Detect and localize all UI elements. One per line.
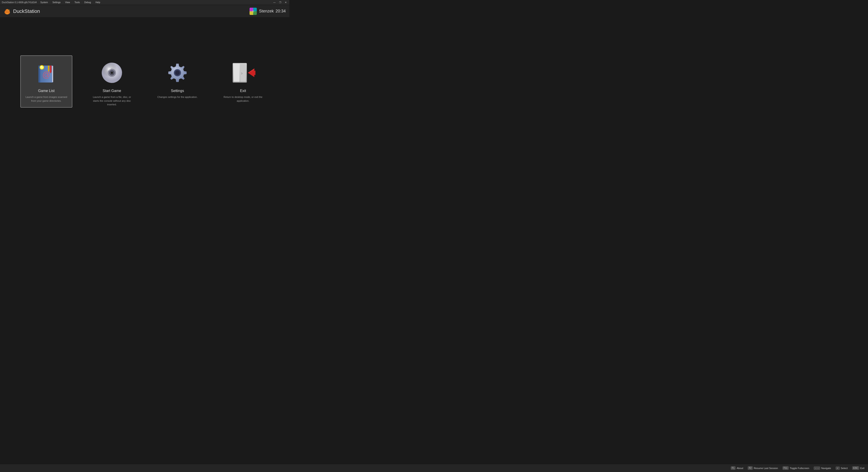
svg-point-3	[8, 9, 9, 10]
clock: 20:34	[276, 9, 286, 13]
svg-point-30	[111, 72, 113, 74]
settings-icon	[165, 60, 190, 85]
svg-rect-35	[234, 64, 240, 82]
menu-tools[interactable]: Tools	[74, 1, 81, 4]
game-list-desc: Launch a game from images scanned from y…	[25, 95, 67, 103]
title-bar-controls: — ❐ ✕	[272, 1, 287, 4]
start-game-desc: Launch a game from a file, disc, or star…	[91, 95, 133, 106]
close-button[interactable]: ✕	[284, 1, 287, 4]
start-game-card[interactable]: Start Game Launch a game from a file, di…	[86, 55, 138, 112]
game-list-card[interactable]: @ Game List Launch a game from images sc…	[20, 55, 72, 107]
exit-desc: Return to desktop mode, or exit the appl…	[222, 95, 264, 103]
svg-point-33	[175, 70, 180, 75]
user-name: Stenzek	[259, 9, 274, 13]
svg-rect-17	[50, 66, 52, 72]
menu-help[interactable]: Help	[94, 1, 101, 4]
user-avatar-icon	[250, 8, 257, 15]
header-left: DuckStation	[4, 8, 40, 15]
svg-text:@: @	[42, 70, 50, 79]
exit-icon: ›	[230, 60, 255, 85]
cards-container: @ Game List Launch a game from images sc…	[20, 55, 269, 112]
title-bar-menus: System Settings View Tools Debug Help	[39, 1, 101, 4]
content: @ Game List Launch a game from images sc…	[0, 18, 289, 149]
settings-desc: Changes settings for the application.	[157, 95, 197, 99]
svg-point-11	[252, 10, 254, 12]
window-title: DuckStation 0.1-6606-g8c741d2d4	[2, 1, 37, 4]
svg-rect-15	[52, 66, 53, 82]
svg-rect-19	[48, 66, 49, 70]
start-game-icon	[99, 60, 124, 85]
svg-marker-38	[248, 68, 255, 77]
title-bar-left: DuckStation 0.1-6606-g8c741d2d4 System S…	[2, 1, 101, 4]
menu-system[interactable]: System	[39, 1, 49, 4]
game-list-title: Game List	[38, 89, 55, 93]
app-title: DuckStation	[13, 8, 40, 14]
minimize-button[interactable]: —	[272, 1, 276, 4]
svg-point-23	[40, 66, 42, 67]
settings-card[interactable]: Settings Changes settings for the applic…	[151, 55, 204, 104]
start-game-title: Start Game	[103, 89, 121, 93]
exit-title: Exit	[240, 89, 246, 93]
user-info: Stenzek 20:34	[259, 9, 286, 13]
menu-view[interactable]: View	[64, 1, 71, 4]
exit-card[interactable]: › Exit Return to desktop mode, or exit t…	[217, 55, 269, 107]
app-logo-icon	[4, 8, 11, 15]
title-bar: DuckStation 0.1-6606-g8c741d2d4 System S…	[0, 0, 289, 5]
game-list-icon: @	[34, 60, 59, 85]
header: DuckStation Stenzek 20:34	[0, 5, 289, 18]
svg-point-5	[7, 13, 8, 14]
settings-title: Settings	[171, 89, 184, 93]
menu-settings[interactable]: Settings	[52, 1, 61, 4]
header-right: Stenzek 20:34	[250, 8, 286, 15]
menu-debug[interactable]: Debug	[84, 1, 92, 4]
maximize-button[interactable]: ❐	[278, 1, 282, 4]
svg-text:›: ›	[241, 70, 243, 75]
